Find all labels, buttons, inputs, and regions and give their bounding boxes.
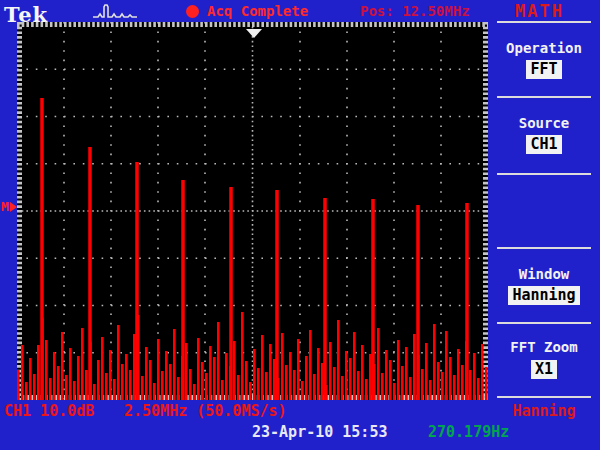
acquisition-status: Acq Complete — [207, 3, 308, 19]
menu-option-source[interactable]: CH1 — [488, 134, 600, 154]
source-value-button[interactable]: CH1 — [526, 135, 561, 154]
oscilloscope-screen: Tek Acq Complete Pos: 12.50MHz MATH — [0, 0, 600, 450]
trigger-waveform-icon — [92, 2, 142, 21]
fft-zoom-value-button[interactable]: X1 — [531, 360, 557, 379]
menu-divider — [497, 247, 591, 249]
horizontal-position-marker-icon — [246, 29, 262, 38]
arrow-right-icon — [10, 202, 17, 212]
menu-divider — [497, 96, 591, 98]
datetime-readout: 23-Apr-10 15:53 — [252, 423, 387, 441]
trigger-frequency-readout: 270.179Hz — [428, 423, 509, 441]
math-trace-marker-label: M — [1, 199, 9, 214]
channel-scale-readout: CH1 10.0dB — [4, 402, 94, 420]
menu-label-fft-zoom: FFT Zoom — [488, 339, 600, 355]
menu-label-window: Window — [488, 266, 600, 282]
menu-divider — [497, 396, 591, 398]
operation-value-button[interactable]: FFT — [526, 60, 561, 79]
menu-option-window[interactable]: Hanning — [488, 285, 600, 305]
menu-label-operation: Operation — [488, 40, 600, 56]
horizontal-position-readout: Pos: 12.50MHz — [360, 3, 470, 19]
window-status: Hanning — [488, 402, 600, 420]
window-value-button[interactable]: Hanning — [508, 286, 579, 305]
menu-label-source: Source — [488, 115, 600, 131]
menu-divider — [497, 173, 591, 175]
soft-menu-sidebar: Operation FFT Source CH1 Window Hanning … — [488, 0, 600, 450]
menu-option-operation[interactable]: FFT — [488, 59, 600, 79]
frequency-scale-readout: 2.50MHz (50.0MS/s) — [124, 402, 287, 420]
fft-spectrum-trace — [17, 22, 488, 400]
acquisition-status-icon — [186, 5, 199, 18]
math-trace-marker: M — [1, 199, 17, 214]
menu-option-fft-zoom[interactable]: X1 — [488, 359, 600, 379]
menu-divider — [497, 322, 591, 324]
menu-divider — [497, 21, 591, 23]
waveform-display — [17, 22, 488, 400]
